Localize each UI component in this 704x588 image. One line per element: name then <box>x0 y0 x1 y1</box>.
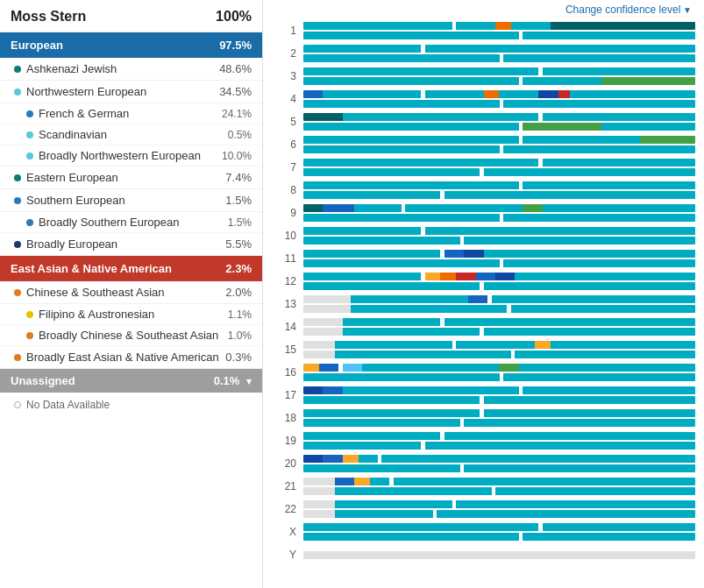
bar-segment <box>343 386 519 394</box>
bar-segment <box>543 113 695 121</box>
bar-segment <box>303 328 343 336</box>
bar-segment <box>303 419 460 427</box>
bar-row-8-1 <box>303 191 695 199</box>
bar-segment <box>303 551 695 559</box>
chromosome-bars-X <box>303 523 695 541</box>
bar-segment <box>323 386 342 394</box>
unassigned-label: Unassigned <box>11 374 75 387</box>
sub-broadly-chinese: Broadly Chinese & Southeast Asian 1.0% <box>0 325 262 346</box>
bar-segment <box>543 204 695 212</box>
bar-segment <box>303 100 500 108</box>
bar-segment <box>503 100 695 108</box>
bar-row-21-1 <box>303 487 695 495</box>
bar-segment <box>343 455 359 463</box>
bar-segment <box>303 478 335 485</box>
right-panel: Change confidence level 1234567891011121… <box>263 0 704 588</box>
bar-segment <box>303 364 319 372</box>
bar-segment <box>601 77 695 85</box>
category-european-value: 97.5% <box>219 39 252 52</box>
sub-french-german-label: French & German <box>26 107 129 120</box>
chromosome-bars-17 <box>303 386 695 404</box>
bar-row-19-0 <box>303 432 695 440</box>
bar-segment <box>303 533 519 541</box>
category-european-label: European <box>11 39 63 52</box>
bar-segment <box>425 90 484 98</box>
dot-icon <box>26 332 33 339</box>
bar-row-2-1 <box>303 54 695 62</box>
bar-row-3-1 <box>303 77 695 85</box>
bar-segment <box>444 432 695 440</box>
bar-segment <box>303 214 500 222</box>
chromosome-row-10: 10 <box>275 226 695 245</box>
bar-segment <box>543 159 695 166</box>
bar-row-13-1 <box>303 305 695 313</box>
subcategory-chinese-southeast-label: Chinese & Southeast Asian <box>14 286 165 299</box>
bar-row-19-1 <box>303 442 695 450</box>
chromosome-label-6: 6 <box>275 138 296 151</box>
bar-segment <box>570 90 695 98</box>
chromosome-row-12: 12 <box>275 272 695 291</box>
bar-segment <box>303 510 335 518</box>
bar-segment <box>464 237 695 244</box>
bar-row-5-0 <box>303 113 695 121</box>
dot-icon <box>26 152 33 159</box>
sub-broadly-southern-value: 1.5% <box>228 216 252 229</box>
change-confidence-link[interactable]: Change confidence level <box>272 0 704 21</box>
chromosome-row-5: 5 <box>275 112 695 131</box>
bar-segment <box>484 250 695 258</box>
bar-segment <box>303 273 421 280</box>
bar-segment <box>503 259 695 267</box>
bar-segment <box>303 442 421 450</box>
chromosome-label-17: 17 <box>275 389 296 401</box>
sub-filipino-value: 1.1% <box>228 308 252 321</box>
bar-segment <box>323 455 342 463</box>
chromosome-label-9: 9 <box>275 207 296 219</box>
bar-segment <box>343 113 539 121</box>
bar-segment <box>492 295 695 303</box>
category-east-asian[interactable]: East Asian & Native American 2.3% <box>0 256 262 281</box>
bar-segment <box>523 77 601 85</box>
sub-broadly-chinese-label: Broadly Chinese & Southeast Asian <box>26 329 218 342</box>
dot-icon <box>14 174 21 181</box>
bar-segment <box>303 250 440 258</box>
chromosome-label-X: X <box>275 526 296 538</box>
chromosome-label-11: 11 <box>275 252 296 265</box>
subcategory-eastern-value: 7.4% <box>225 171 252 184</box>
bar-row-6-0 <box>303 136 695 144</box>
bar-row-14-1 <box>303 328 695 336</box>
category-european[interactable]: European 97.5% <box>0 32 262 58</box>
bar-row-10-0 <box>303 227 695 235</box>
chromosome-row-9: 9 <box>275 203 695 223</box>
bar-segment <box>303 305 351 313</box>
bar-segment <box>523 181 695 189</box>
chromosome-label-15: 15 <box>275 344 296 356</box>
subcategory-broadly-east-asian-label: Broadly East Asian & Native American <box>14 351 219 364</box>
chromosome-bars-7 <box>303 159 695 176</box>
chromosome-row-15: 15 <box>275 340 695 359</box>
bar-row-18-1 <box>303 419 695 427</box>
bar-segment <box>335 341 452 349</box>
bar-segment <box>425 273 441 280</box>
dot-icon <box>14 241 21 248</box>
bar-segment <box>456 500 695 508</box>
bar-segment <box>303 159 538 166</box>
bar-segment <box>484 282 695 290</box>
bar-segment <box>464 464 695 472</box>
unassigned-row[interactable]: Unassigned 0.1% ▾ <box>0 369 262 393</box>
dot-icon <box>14 354 21 361</box>
person-name: Moss Stern <box>11 9 86 25</box>
bar-segment <box>303 351 335 358</box>
bar-segment <box>523 386 695 394</box>
chromosome-row-2: 2 <box>275 44 695 63</box>
bar-segment <box>444 318 695 326</box>
subcategory-northwestern: Northwestern European 34.5% <box>0 81 262 103</box>
bar-segment <box>303 145 500 153</box>
bar-segment <box>354 204 402 212</box>
bar-segment <box>303 45 421 53</box>
bar-segment <box>343 318 441 326</box>
chromosome-bars-14 <box>303 318 695 336</box>
chromosome-bars-22 <box>303 500 695 518</box>
bar-row-22-1 <box>303 510 695 518</box>
bar-segment <box>370 478 389 485</box>
chromosome-row-18: 18 <box>275 408 695 428</box>
